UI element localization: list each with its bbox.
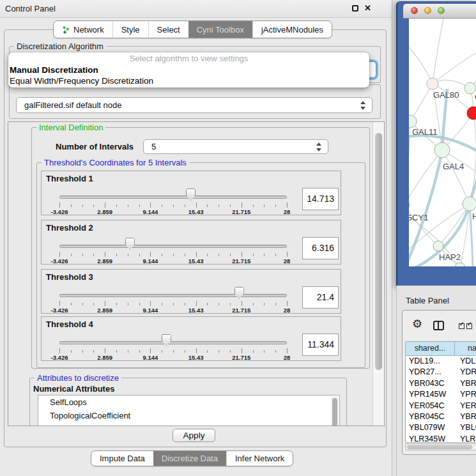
column-header-name[interactable]: na [455,342,476,355]
slider-tick [139,303,140,305]
slider-tick [93,350,94,353]
threshold-label: Threshold 3 [46,272,93,282]
table-cell: YLR345W [406,434,455,443]
threshold-slider-thumb[interactable] [186,188,196,201]
numerical-attributes-list[interactable]: SelfLoopsTopologicalCoefficientBetweenne… [38,395,340,426]
table-cell: YBR0 [455,411,476,422]
threshold-value-field[interactable]: 14.713 [302,188,339,210]
network-node-label: GCY1 [409,213,428,222]
network-node[interactable] [463,197,476,211]
threshold-4-panel: Threshold 4 -3.4262.8599.14415.4321.7152… [41,316,341,361]
tab-label: Infer Network [235,454,284,463]
threshold-slider-track[interactable] [59,341,287,344]
slider-tick [196,348,197,353]
threshold-value-field[interactable]: 11.344 [302,334,339,356]
network-node[interactable] [433,241,443,251]
attribute-item[interactable]: SelfLoops [38,395,339,409]
slider-tick-label: 15.43 [188,257,204,265]
network-edge [433,44,476,84]
attribute-item[interactable]: BetweennessCentrality [38,422,339,426]
network-node[interactable] [427,78,438,89]
table-cell: YDL19... [406,356,455,367]
scrollbar-thumb[interactable] [407,445,472,449]
network-node[interactable] [409,200,410,210]
checkbox-icon[interactable] [466,323,472,329]
checkbox-icon[interactable] [459,323,464,329]
dropdown-option-equal-width-frequency[interactable]: Equal Width/Frequency Discretization [8,75,369,86]
slider-tick [275,303,276,305]
slider-tick [207,350,208,353]
tab-select[interactable]: Select [148,21,188,38]
attributes-scrollbar[interactable] [331,396,339,426]
threshold-slider-thumb[interactable] [234,287,244,299]
close-traffic-light-icon[interactable] [411,7,418,14]
tab-impute-data[interactable]: Impute Data [91,451,153,466]
tab-style[interactable]: Style [112,21,148,38]
gear-icon[interactable]: ⚙ [412,318,422,330]
threshold-slider-thumb[interactable] [125,238,135,250]
tab-jactivemnodules[interactable]: jActiveMNodules [252,21,332,38]
slider-tick [275,350,276,353]
interval-definition-group: Interval Definition Number of Intervals … [31,127,370,369]
slider-tick [196,252,197,257]
slider-tick [139,204,140,207]
tab-infer-network[interactable]: Infer Network [226,451,293,466]
slider-tick [59,252,60,257]
slider-tick [207,303,208,305]
float-panel-icon[interactable] [352,5,358,12]
table-row[interactable]: YER054CYER0 [406,401,476,411]
slider-tick [253,350,254,353]
tab-network[interactable]: Network [54,21,112,38]
columns-icon[interactable] [433,321,444,330]
slider-tick [207,204,208,207]
table-row[interactable]: YDL19...YDL1 [406,356,476,367]
dropdown-option-manual-discretization[interactable]: Manual Discretization [8,65,369,75]
tab-discretize-data[interactable]: Discretize Data [153,451,226,466]
table-row[interactable]: YBL079WYBL0 [406,422,476,433]
table-data-select[interactable]: galFiltered.sif default node [16,97,372,113]
threshold-slider-track[interactable] [59,245,287,248]
network-node[interactable] [434,142,450,158]
table-horizontal-scrollbar[interactable] [405,443,476,450]
settings-vertical-scrollbar[interactable] [372,122,384,426]
slider-tick [59,203,60,208]
zoom-traffic-light-icon[interactable] [438,7,445,14]
table-row[interactable]: YBR045CYBR0 [406,411,476,422]
tab-cyni-toolbox[interactable]: Cyni Toolbox [188,21,252,38]
threshold-slider-track[interactable] [59,294,287,297]
table-cell: YBL0 [455,422,476,433]
thresholds-group: Threshold's Coordinates for 5 Intervals … [36,162,365,368]
table-row[interactable]: YDR27...YDR2 [406,367,476,378]
attribute-item[interactable]: TopologicalCoefficient [38,409,339,422]
slider-tick [242,203,242,208]
threshold-slider-thumb[interactable] [162,334,171,346]
threshold-value-field[interactable]: 21.4 [302,286,339,309]
slider-tick-label: -3.426 [51,208,68,215]
slider-tick [128,204,128,207]
slider-tick [242,301,242,306]
scrollbar-thumb[interactable] [375,133,382,370]
slider-tick-label: -3.426 [51,307,68,314]
apply-button[interactable]: Apply [173,429,215,442]
number-of-intervals-select[interactable]: 5 [143,139,328,154]
table-row[interactable]: YBR043CYBR0 [406,378,476,389]
column-header-shared-name[interactable]: shared... [406,342,455,355]
slider-tick [173,303,174,305]
slider-tick [264,204,265,207]
minimize-traffic-light-icon[interactable] [424,7,431,14]
threshold-slider-track[interactable] [59,196,287,199]
network-canvas[interactable]: GAL80GCGAL11GAL4GCY1HHAP2 [409,19,476,266]
node-attribute-table[interactable]: shared... na YDL19...YDL1YDR27...YDR2YBR… [405,341,476,443]
scrollbar-thumb[interactable] [332,398,337,426]
table-cell: YDL1 [455,356,476,367]
table-row[interactable]: YPR145WYPR1 [406,389,476,400]
close-icon[interactable]: ✕ [364,3,371,13]
slider-tick [219,303,219,305]
threshold-value-field[interactable]: 6.316 [302,237,339,259]
network-node[interactable] [409,115,417,128]
threshold-2-panel: Threshold 2 -3.4262.8599.14415.4321.7152… [41,220,341,265]
algorithm-dropdown-popup: Select algorithm to view settings Manual… [8,52,369,88]
slider-tick [230,254,231,256]
table-row[interactable]: YLR345WYLR3 [406,434,476,443]
slider-tick-label: 2.859 [97,257,112,265]
